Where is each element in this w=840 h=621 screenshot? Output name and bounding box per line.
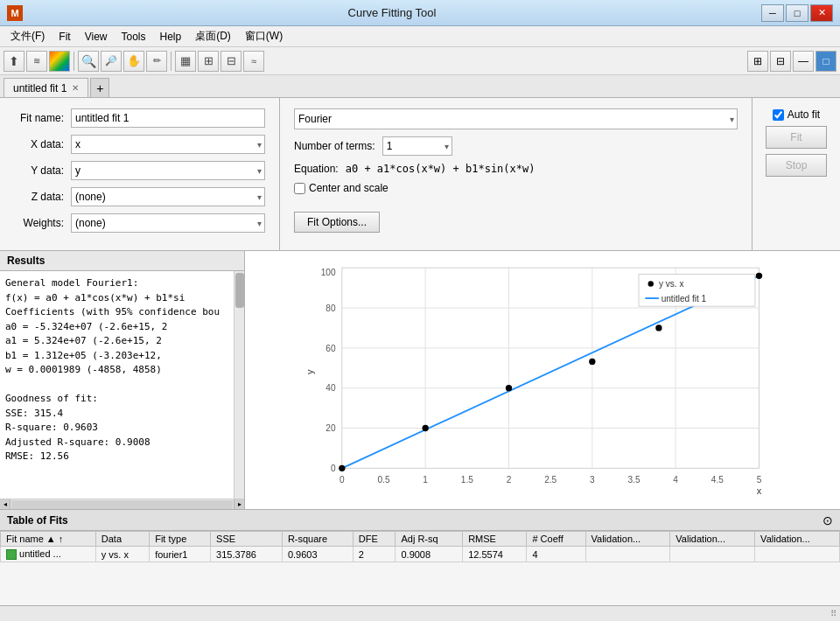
hscroll-left[interactable]: ◂ [0, 499, 10, 510]
toolbar-btn-grid3[interactable]: ⊟ [220, 51, 242, 72]
toolbar-sep-1 [74, 52, 74, 71]
menu-help[interactable]: Help [152, 29, 188, 45]
x-data-select[interactable]: x [71, 135, 265, 154]
weights-select[interactable]: (none) [71, 213, 265, 233]
toolbar-btn-data[interactable]: ✏ [146, 51, 167, 72]
menu-desktop[interactable]: 桌面(D) [188, 27, 238, 45]
toolbar-layout-2[interactable]: ⊟ [770, 51, 791, 72]
data-point-3 [506, 385, 512, 391]
maximize-btn[interactable]: □ [786, 4, 808, 22]
tab-bar: untitled fit 1 ✕ + [0, 75, 840, 98]
auto-fit-row: Auto fit [773, 108, 820, 121]
tab-close-btn[interactable]: ✕ [72, 83, 79, 93]
toolbar-btn-pan[interactable]: ✋ [123, 51, 144, 72]
menu-file[interactable]: 文件(F) [4, 27, 52, 45]
fit-button[interactable]: Fit [766, 126, 827, 149]
results-scrollbar[interactable] [234, 271, 244, 499]
minimize-btn[interactable]: ─ [761, 4, 784, 22]
table-header-bar: Table of Fits ⊙ [0, 510, 840, 531]
toolbar-btn-2[interactable]: ≋ [26, 51, 47, 72]
col-fit-type[interactable]: Fit type [150, 532, 211, 547]
fits-table: Fit name ▲ Data Fit type SSE R-square DF… [0, 531, 840, 562]
toolbar-btn-zoom-out[interactable]: 🔎 [101, 51, 122, 72]
terms-select[interactable]: 1 2 3 [382, 136, 452, 156]
row-fit-name-text: untitled ... [19, 548, 61, 559]
tab-add-btn[interactable]: + [90, 78, 109, 97]
results-rsq: R-square: 0.9603 [5, 421, 228, 436]
y-data-select[interactable]: y [71, 161, 265, 180]
tab-untitled-fit-1[interactable]: untitled fit 1 ✕ [4, 78, 88, 97]
toolbar-layout-3[interactable]: — [793, 51, 814, 72]
top-section: Fit name: X data: x Y data: y [0, 98, 840, 251]
y-tick-60: 60 [326, 344, 336, 353]
col-fit-name[interactable]: Fit name ▲ [1, 532, 96, 547]
toolbar-btn-zoom-in[interactable]: 🔍 [78, 51, 99, 72]
x-tick-45: 4.5 [711, 475, 724, 485]
results-content[interactable]: General model Fourier1: f(x) = a0 + a1*c… [0, 271, 234, 499]
toolbar-sep-2 [171, 52, 172, 71]
x-tick-3: 3 [590, 475, 595, 485]
terms-row: Number of terms: 1 2 3 [294, 136, 738, 156]
fit-name-input[interactable] [71, 108, 265, 128]
row-sse: 315.3786 [211, 547, 283, 562]
equation-label: Equation: [294, 163, 339, 175]
table-title: Table of Fits [7, 514, 68, 527]
close-btn[interactable]: ✕ [810, 4, 833, 22]
col-validation-2[interactable]: Validation... [670, 532, 755, 547]
row-n-coeff: 4 [527, 547, 585, 562]
results-sse: SSE: 315.4 [5, 407, 228, 422]
data-point-6 [756, 273, 762, 279]
model-config-panel: Fourier Number of terms: 1 2 3 Equation:… [280, 98, 752, 250]
x-data-row: X data: x [14, 135, 265, 154]
resize-grip[interactable]: ⠿ [830, 609, 836, 618]
toolbar-btn-color[interactable] [49, 51, 70, 72]
toolbar-btn-1[interactable]: ⬆ [4, 51, 24, 72]
model-type-select[interactable]: Fourier [294, 108, 738, 129]
table-collapse-icon[interactable]: ⊙ [822, 513, 833, 527]
scrollbar-thumb[interactable] [235, 273, 244, 308]
results-hscrollbar[interactable]: ◂ ▸ [0, 499, 244, 509]
toolbar-layout-1[interactable]: ⊞ [747, 51, 768, 72]
results-line-3: Coefficients (with 95% confidence bou [5, 305, 228, 320]
col-validation-1[interactable]: Validation... [585, 532, 670, 547]
tab-label: untitled fit 1 [13, 82, 66, 94]
col-rmse[interactable]: RMSE [463, 532, 527, 547]
results-spacer [5, 378, 228, 393]
app-logo: M [7, 5, 23, 21]
toolbar-btn-grid1[interactable]: ▦ [175, 51, 196, 72]
z-data-select[interactable]: (none) [71, 187, 265, 206]
data-point-2 [423, 425, 429, 431]
col-validation-3[interactable]: Validation... [755, 532, 840, 547]
chart-svg: 0 20 40 60 80 100 0 0.5 1 1.5 2 2.5 3 3.… [254, 260, 831, 500]
col-data[interactable]: Data [95, 532, 149, 547]
hscroll-right[interactable]: ▸ [234, 499, 244, 510]
col-n-coeff[interactable]: # Coeff [527, 532, 585, 547]
auto-fit-checkbox[interactable] [773, 109, 784, 121]
menu-fit[interactable]: Fit [52, 29, 77, 45]
col-dfe[interactable]: DFE [353, 532, 396, 547]
y-tick-20: 20 [326, 423, 336, 433]
results-scroll-area: General model Fourier1: f(x) = a0 + a1*c… [0, 271, 244, 499]
row-v3 [755, 547, 840, 562]
stop-button[interactable]: Stop [766, 154, 827, 177]
center-scale-checkbox[interactable] [294, 183, 305, 194]
col-adj-r-sq[interactable]: Adj R-sq [396, 532, 463, 547]
y-data-select-wrapper: y [71, 161, 265, 180]
menu-window[interactable]: 窗口(W) [238, 27, 290, 45]
toolbar-layout-4[interactable]: □ [816, 51, 836, 72]
col-sse[interactable]: SSE [211, 532, 283, 547]
window-controls: ─ □ ✕ [761, 4, 833, 22]
x-tick-5: 5 [757, 475, 762, 485]
fit-options-button[interactable]: Fit Options... [294, 212, 380, 233]
table-row[interactable]: untitled ... y vs. x fourier1 315.3786 0… [1, 547, 840, 562]
row-adj-r-sq: 0.9008 [396, 547, 463, 562]
results-line-5: a1 = 5.324e+07 (-2.6e+15, 2 [5, 334, 228, 349]
menu-tools[interactable]: Tools [114, 29, 152, 45]
y-tick-100: 100 [321, 268, 336, 277]
col-r-square[interactable]: R-square [282, 532, 353, 547]
toolbar-btn-plot[interactable]: ≈ [243, 51, 264, 72]
weights-row: Weights: (none) [14, 213, 265, 233]
toolbar-btn-grid2[interactable]: ⊞ [198, 51, 219, 72]
weights-select-wrapper: (none) [71, 213, 265, 233]
menu-view[interactable]: View [78, 29, 115, 45]
